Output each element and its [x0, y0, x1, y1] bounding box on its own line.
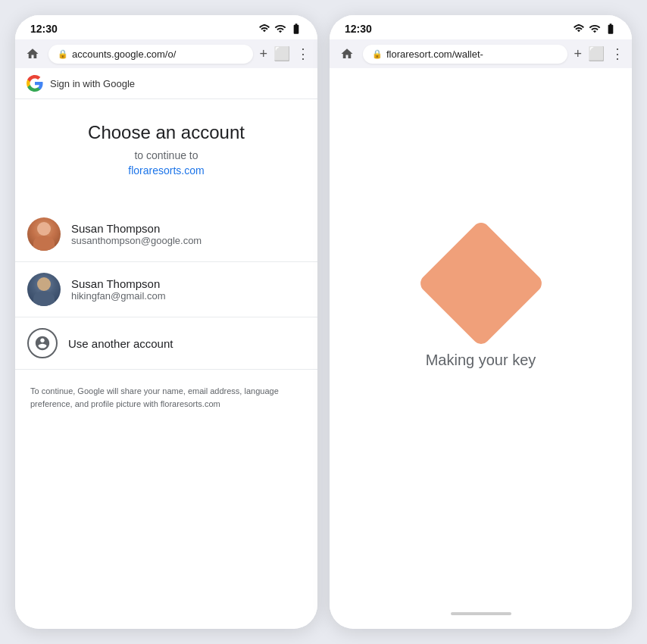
lock-icon-right: 🔒	[372, 49, 383, 59]
choose-account-container: Choose an account to continue to florare…	[15, 99, 317, 192]
account-name-1: Susan Thompson	[71, 222, 202, 235]
page-content-left: Choose an account to continue to florare…	[15, 99, 317, 629]
tabs-icon-right[interactable]: ⬜	[588, 45, 605, 62]
account-info-1: Susan Thompson susanthompson@google.com	[71, 222, 202, 246]
signal-icon	[274, 23, 286, 35]
status-icons-right	[573, 23, 617, 35]
google-logo	[26, 74, 44, 92]
menu-icon-right[interactable]: ⋮	[611, 45, 624, 62]
account-item-2[interactable]: Susan Thompson hikingfan@gmail.com	[15, 262, 317, 317]
new-tab-icon-right[interactable]: +	[574, 46, 582, 62]
making-key-text: Making your key	[426, 352, 536, 369]
bottom-bar-right	[330, 599, 632, 629]
time-right: 12:30	[345, 23, 372, 35]
google-tab-bar: Sign in with Google	[15, 68, 317, 99]
avatar-2	[27, 273, 61, 306]
google-tab-label: Sign in with Google	[50, 78, 135, 89]
page-content-right: Making your key	[330, 68, 632, 599]
left-phone: 12:30 🔒 accounts.google.com/o/ + ⬜ ⋮	[15, 15, 317, 629]
address-bar-right[interactable]: 🔒 floraresort.com/wallet-	[363, 45, 567, 64]
browser-chrome-left: 🔒 accounts.google.com/o/ + ⬜ ⋮	[15, 39, 317, 68]
disclaimer-text: To continue, Google will share your name…	[15, 370, 317, 425]
flora-link[interactable]: floraresorts.com	[128, 164, 204, 177]
status-bar-left: 12:30	[15, 15, 317, 39]
address-bar-left[interactable]: 🔒 accounts.google.com/o/	[48, 45, 253, 64]
avatar-1	[27, 217, 61, 251]
status-icons-left	[258, 23, 302, 35]
signal-icon-right	[589, 23, 601, 35]
choose-title: Choose an account	[88, 122, 245, 143]
right-phone: 12:30 🔒 floraresort.com/wallet- + ⬜ ⋮ Ma…	[330, 15, 632, 629]
lock-icon-left: 🔒	[58, 49, 68, 59]
bottom-pill	[451, 612, 511, 615]
wifi-icon-right	[573, 23, 585, 35]
battery-icon	[290, 23, 302, 35]
add-person-icon	[27, 328, 58, 358]
browser-chrome-right: 🔒 floraresort.com/wallet- + ⬜ ⋮	[330, 39, 632, 68]
account-email-2: hikingfan@gmail.com	[71, 290, 165, 302]
account-item-1[interactable]: Susan Thompson susanthompson@google.com	[15, 207, 317, 262]
accounts-list: Susan Thompson susanthompson@google.com …	[15, 207, 317, 370]
continue-text: to continue to	[134, 149, 198, 161]
status-bar-right: 12:30	[330, 15, 632, 39]
browser-actions-right: + ⬜ ⋮	[574, 45, 624, 62]
url-left: accounts.google.com/o/	[72, 48, 176, 60]
home-button-right[interactable]	[337, 44, 357, 64]
wifi-icon	[258, 23, 270, 35]
new-tab-icon[interactable]: +	[259, 46, 267, 62]
use-another-account[interactable]: Use another account	[15, 317, 317, 370]
tabs-icon[interactable]: ⬜	[273, 45, 290, 62]
account-info-2: Susan Thompson hikingfan@gmail.com	[71, 277, 165, 302]
account-name-2: Susan Thompson	[71, 277, 165, 290]
use-another-label: Use another account	[68, 337, 173, 350]
browser-actions-left: + ⬜ ⋮	[259, 45, 310, 62]
menu-icon[interactable]: ⋮	[296, 45, 310, 62]
account-email-1: susanthompson@google.com	[71, 235, 202, 246]
url-right: floraresort.com/wallet-	[386, 48, 483, 60]
time-left: 12:30	[30, 23, 58, 35]
home-button-left[interactable]	[23, 44, 42, 64]
battery-icon-right	[605, 23, 617, 35]
diamond-shape	[417, 219, 545, 348]
